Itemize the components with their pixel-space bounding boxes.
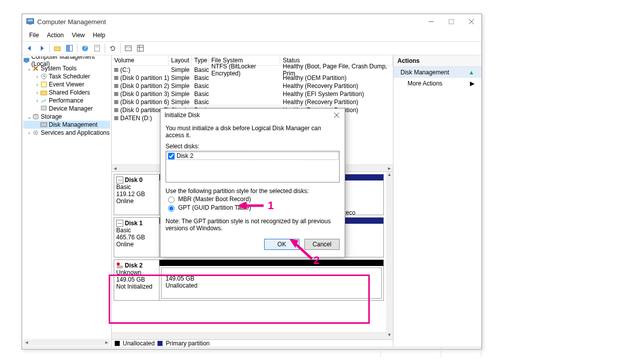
svg-rect-5 xyxy=(449,19,454,24)
tree-shared-folders[interactable]: Shared Folders xyxy=(49,89,90,96)
submenu-icon: ▶ xyxy=(470,80,474,87)
col-type[interactable]: Type xyxy=(192,55,209,65)
actions-title: Actions xyxy=(393,55,481,67)
svg-rect-9 xyxy=(66,45,69,51)
tree-scrollbar[interactable]: ◄► xyxy=(23,339,110,346)
dialog-title: Initialize Disk xyxy=(165,112,333,119)
partition-eco-label: eco xyxy=(346,209,355,216)
partition-style-label: Use the following partition style for th… xyxy=(166,188,340,195)
show-hide-tree-button[interactable] xyxy=(64,43,75,54)
maximize-button[interactable] xyxy=(441,14,461,29)
forward-button[interactable] xyxy=(36,43,47,54)
disk-2-checkbox[interactable] xyxy=(168,153,175,159)
tree-disk-management[interactable]: Disk Management xyxy=(49,121,98,128)
annotation-arrow-1: 1 xyxy=(237,199,274,212)
disk-1-info: Disk 1 Basic 465.76 GB Online xyxy=(114,218,159,257)
performance-icon xyxy=(40,97,47,104)
legend-unallocated-swatch xyxy=(115,341,120,346)
select-disks-label: Select disks: xyxy=(166,143,340,150)
dialog-message: You must initialize a disk before Logica… xyxy=(166,125,340,139)
close-button[interactable] xyxy=(461,14,481,29)
svg-rect-24 xyxy=(41,106,46,110)
svg-rect-20 xyxy=(25,62,28,63)
gpt-note: Note: The GPT partition style is not rec… xyxy=(166,218,340,232)
volume-row[interactable]: (Disk 0 partition 2)SimpleBasicHealthy (… xyxy=(112,82,393,90)
col-volume[interactable]: Volume xyxy=(112,55,169,65)
svg-rect-16 xyxy=(137,45,143,51)
services-icon xyxy=(32,129,39,136)
disk-icon xyxy=(116,176,123,184)
svg-rect-19 xyxy=(24,58,29,62)
disk-2-checkbox-item[interactable]: Disk 2 xyxy=(167,152,339,160)
tree-performance[interactable]: Performance xyxy=(49,97,84,104)
svg-rect-2 xyxy=(28,21,33,21)
svg-point-28 xyxy=(35,132,37,134)
menu-action[interactable]: Action xyxy=(43,30,67,40)
menu-bar: File Action View Help xyxy=(22,29,481,41)
disk-view-scrollbar[interactable]: ▲▼ xyxy=(386,172,393,339)
uninitialized-disk-icon xyxy=(116,262,123,269)
tree-services-apps[interactable]: Services and Applications xyxy=(41,129,110,136)
up-folder-button[interactable] xyxy=(52,43,63,54)
initialize-disk-dialog: Initialize Disk You must initialize a di… xyxy=(160,108,345,257)
clock-icon xyxy=(40,73,47,80)
dialog-close-button[interactable] xyxy=(333,111,341,119)
expand-icon[interactable]: › xyxy=(34,74,40,79)
expand-icon[interactable]: › xyxy=(34,90,40,96)
svg-rect-3 xyxy=(29,24,32,25)
disk-0-info: Disk 0 Basic 119.12 GB Online xyxy=(114,174,159,215)
collapse-icon[interactable]: ⌄ xyxy=(26,114,32,120)
status-bar xyxy=(22,347,481,357)
collapse-icon[interactable]: ⌄ xyxy=(26,66,32,71)
volume-row[interactable]: (Disk 0 partition 6)SimpleBasicHealthy (… xyxy=(112,98,393,106)
detail-view-button[interactable] xyxy=(135,43,146,54)
legend-primary-swatch xyxy=(157,341,163,346)
storage-icon xyxy=(32,113,39,120)
help-button[interactable]: ? xyxy=(79,43,91,54)
tree-task-scheduler[interactable]: Task Scheduler xyxy=(49,73,90,80)
actions-more[interactable]: More Actions▶ xyxy=(393,78,481,89)
volume-row[interactable]: (Disk 0 partition 3)SimpleBasicHealthy (… xyxy=(112,90,393,98)
svg-rect-1 xyxy=(28,20,33,20)
actions-pane: Actions Disk Management▲ More Actions▶ xyxy=(393,55,481,347)
menu-view[interactable]: View xyxy=(68,30,89,40)
volume-row[interactable]: (C:)SimpleBasicNTFS (BitLocker Encrypted… xyxy=(112,66,393,74)
svg-rect-10 xyxy=(69,45,72,51)
disk-2-info: Disk 2 Unknown 149.05 GB Not Initialized xyxy=(114,260,159,300)
tree-storage[interactable]: Storage xyxy=(41,113,62,120)
expand-icon[interactable]: › xyxy=(26,130,32,136)
menu-help[interactable]: Help xyxy=(89,30,110,40)
app-icon xyxy=(26,18,34,26)
disk-2-block[interactable]: Disk 2 Unknown 149.05 GB Not Initialized… xyxy=(114,259,384,301)
actions-disk-management[interactable]: Disk Management▲ xyxy=(393,67,481,78)
tree-device-manager[interactable]: Device Manager xyxy=(49,105,93,112)
annotation-number-2: 2 xyxy=(313,254,319,267)
expand-icon[interactable]: › xyxy=(34,98,40,104)
disk-selection-list[interactable]: Disk 2 xyxy=(166,151,340,183)
svg-rect-22 xyxy=(41,82,46,87)
toolbar: ? xyxy=(22,41,481,55)
navigation-tree[interactable]: Computer Management (Local) ⌄System Tool… xyxy=(22,55,112,347)
minimize-button[interactable] xyxy=(421,14,441,29)
list-view-button[interactable] xyxy=(123,43,134,54)
legend: Unallocated Primary partition xyxy=(112,339,393,347)
refresh-button[interactable] xyxy=(107,43,118,54)
computer-icon xyxy=(23,57,30,64)
expand-icon[interactable]: › xyxy=(34,82,40,87)
title-bar: Computer Management xyxy=(22,14,481,29)
collapse-icon: ▲ xyxy=(468,69,474,76)
svg-rect-30 xyxy=(117,266,122,268)
svg-rect-26 xyxy=(41,123,47,127)
window-title: Computer Management xyxy=(37,18,421,26)
tree-event-viewer[interactable]: Event Viewer xyxy=(49,81,84,88)
properties-button[interactable] xyxy=(92,43,103,54)
back-button[interactable] xyxy=(24,43,35,54)
menu-file[interactable]: File xyxy=(25,30,43,40)
device-icon xyxy=(40,105,47,112)
svg-rect-8 xyxy=(54,47,60,51)
folder-icon xyxy=(40,89,47,96)
col-layout[interactable]: Layout xyxy=(169,55,192,65)
svg-point-29 xyxy=(117,262,120,265)
tree-system-tools[interactable]: System Tools xyxy=(41,65,76,72)
disk-2-unallocated[interactable]: 149.05 GB Unallocated xyxy=(159,260,383,300)
